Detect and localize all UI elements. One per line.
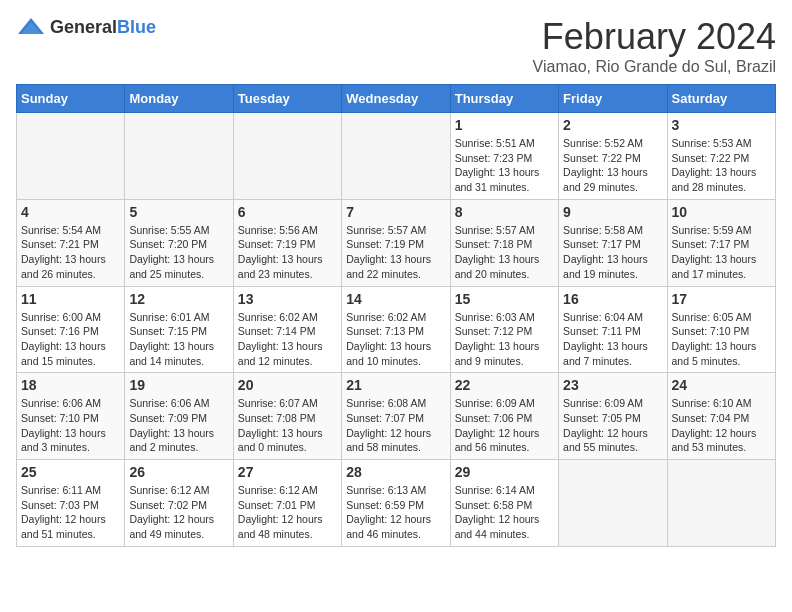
calendar-cell: 19Sunrise: 6:06 AM Sunset: 7:09 PM Dayli… [125, 373, 233, 460]
day-number: 21 [346, 377, 445, 393]
calendar-cell: 3Sunrise: 5:53 AM Sunset: 7:22 PM Daylig… [667, 113, 775, 200]
calendar-cell: 14Sunrise: 6:02 AM Sunset: 7:13 PM Dayli… [342, 286, 450, 373]
calendar-cell [342, 113, 450, 200]
day-info: Sunrise: 6:02 AM Sunset: 7:14 PM Dayligh… [238, 310, 337, 369]
day-number: 14 [346, 291, 445, 307]
calendar-cell [559, 460, 667, 547]
calendar-cell: 26Sunrise: 6:12 AM Sunset: 7:02 PM Dayli… [125, 460, 233, 547]
day-info: Sunrise: 6:06 AM Sunset: 7:09 PM Dayligh… [129, 396, 228, 455]
day-info: Sunrise: 5:56 AM Sunset: 7:19 PM Dayligh… [238, 223, 337, 282]
calendar-cell: 4Sunrise: 5:54 AM Sunset: 7:21 PM Daylig… [17, 199, 125, 286]
col-wednesday: Wednesday [342, 85, 450, 113]
day-number: 17 [672, 291, 771, 307]
day-info: Sunrise: 6:10 AM Sunset: 7:04 PM Dayligh… [672, 396, 771, 455]
day-info: Sunrise: 6:13 AM Sunset: 6:59 PM Dayligh… [346, 483, 445, 542]
day-number: 7 [346, 204, 445, 220]
day-number: 5 [129, 204, 228, 220]
day-number: 19 [129, 377, 228, 393]
calendar-cell [667, 460, 775, 547]
logo-blue: Blue [117, 17, 156, 37]
day-info: Sunrise: 6:09 AM Sunset: 7:05 PM Dayligh… [563, 396, 662, 455]
calendar-cell: 13Sunrise: 6:02 AM Sunset: 7:14 PM Dayli… [233, 286, 341, 373]
day-info: Sunrise: 6:06 AM Sunset: 7:10 PM Dayligh… [21, 396, 120, 455]
day-info: Sunrise: 5:53 AM Sunset: 7:22 PM Dayligh… [672, 136, 771, 195]
day-number: 28 [346, 464, 445, 480]
day-number: 8 [455, 204, 554, 220]
day-info: Sunrise: 6:12 AM Sunset: 7:01 PM Dayligh… [238, 483, 337, 542]
subtitle: Viamao, Rio Grande do Sul, Brazil [533, 58, 776, 76]
day-info: Sunrise: 5:57 AM Sunset: 7:19 PM Dayligh… [346, 223, 445, 282]
day-info: Sunrise: 5:54 AM Sunset: 7:21 PM Dayligh… [21, 223, 120, 282]
day-info: Sunrise: 6:14 AM Sunset: 6:58 PM Dayligh… [455, 483, 554, 542]
calendar-table: Sunday Monday Tuesday Wednesday Thursday… [16, 84, 776, 547]
day-info: Sunrise: 5:58 AM Sunset: 7:17 PM Dayligh… [563, 223, 662, 282]
day-info: Sunrise: 6:12 AM Sunset: 7:02 PM Dayligh… [129, 483, 228, 542]
day-info: Sunrise: 5:57 AM Sunset: 7:18 PM Dayligh… [455, 223, 554, 282]
day-number: 11 [21, 291, 120, 307]
day-number: 24 [672, 377, 771, 393]
day-number: 23 [563, 377, 662, 393]
calendar-cell [233, 113, 341, 200]
calendar-cell: 16Sunrise: 6:04 AM Sunset: 7:11 PM Dayli… [559, 286, 667, 373]
calendar-week-2: 4Sunrise: 5:54 AM Sunset: 7:21 PM Daylig… [17, 199, 776, 286]
day-number: 18 [21, 377, 120, 393]
logo-icon [16, 16, 46, 38]
calendar-cell: 2Sunrise: 5:52 AM Sunset: 7:22 PM Daylig… [559, 113, 667, 200]
calendar-cell: 27Sunrise: 6:12 AM Sunset: 7:01 PM Dayli… [233, 460, 341, 547]
calendar-week-5: 25Sunrise: 6:11 AM Sunset: 7:03 PM Dayli… [17, 460, 776, 547]
day-info: Sunrise: 6:04 AM Sunset: 7:11 PM Dayligh… [563, 310, 662, 369]
calendar-cell: 21Sunrise: 6:08 AM Sunset: 7:07 PM Dayli… [342, 373, 450, 460]
calendar-cell: 24Sunrise: 6:10 AM Sunset: 7:04 PM Dayli… [667, 373, 775, 460]
day-number: 6 [238, 204, 337, 220]
day-number: 16 [563, 291, 662, 307]
day-number: 27 [238, 464, 337, 480]
calendar-cell: 25Sunrise: 6:11 AM Sunset: 7:03 PM Dayli… [17, 460, 125, 547]
day-number: 22 [455, 377, 554, 393]
day-number: 9 [563, 204, 662, 220]
calendar-cell: 7Sunrise: 5:57 AM Sunset: 7:19 PM Daylig… [342, 199, 450, 286]
calendar-cell: 28Sunrise: 6:13 AM Sunset: 6:59 PM Dayli… [342, 460, 450, 547]
day-info: Sunrise: 6:11 AM Sunset: 7:03 PM Dayligh… [21, 483, 120, 542]
col-friday: Friday [559, 85, 667, 113]
calendar-week-1: 1Sunrise: 5:51 AM Sunset: 7:23 PM Daylig… [17, 113, 776, 200]
header: GeneralBlue February 2024 Viamao, Rio Gr… [16, 16, 776, 76]
col-tuesday: Tuesday [233, 85, 341, 113]
day-info: Sunrise: 5:55 AM Sunset: 7:20 PM Dayligh… [129, 223, 228, 282]
calendar-cell: 8Sunrise: 5:57 AM Sunset: 7:18 PM Daylig… [450, 199, 558, 286]
day-number: 3 [672, 117, 771, 133]
calendar-cell: 10Sunrise: 5:59 AM Sunset: 7:17 PM Dayli… [667, 199, 775, 286]
col-sunday: Sunday [17, 85, 125, 113]
day-number: 12 [129, 291, 228, 307]
day-info: Sunrise: 5:59 AM Sunset: 7:17 PM Dayligh… [672, 223, 771, 282]
col-monday: Monday [125, 85, 233, 113]
day-info: Sunrise: 6:07 AM Sunset: 7:08 PM Dayligh… [238, 396, 337, 455]
col-saturday: Saturday [667, 85, 775, 113]
day-number: 13 [238, 291, 337, 307]
day-info: Sunrise: 6:01 AM Sunset: 7:15 PM Dayligh… [129, 310, 228, 369]
header-row: Sunday Monday Tuesday Wednesday Thursday… [17, 85, 776, 113]
day-number: 10 [672, 204, 771, 220]
calendar-cell: 15Sunrise: 6:03 AM Sunset: 7:12 PM Dayli… [450, 286, 558, 373]
calendar-week-4: 18Sunrise: 6:06 AM Sunset: 7:10 PM Dayli… [17, 373, 776, 460]
title-area: February 2024 Viamao, Rio Grande do Sul,… [533, 16, 776, 76]
day-info: Sunrise: 6:02 AM Sunset: 7:13 PM Dayligh… [346, 310, 445, 369]
day-info: Sunrise: 6:00 AM Sunset: 7:16 PM Dayligh… [21, 310, 120, 369]
day-info: Sunrise: 6:03 AM Sunset: 7:12 PM Dayligh… [455, 310, 554, 369]
calendar-cell: 23Sunrise: 6:09 AM Sunset: 7:05 PM Dayli… [559, 373, 667, 460]
col-thursday: Thursday [450, 85, 558, 113]
calendar-cell: 17Sunrise: 6:05 AM Sunset: 7:10 PM Dayli… [667, 286, 775, 373]
day-info: Sunrise: 6:08 AM Sunset: 7:07 PM Dayligh… [346, 396, 445, 455]
day-number: 29 [455, 464, 554, 480]
calendar-cell: 22Sunrise: 6:09 AM Sunset: 7:06 PM Dayli… [450, 373, 558, 460]
day-number: 25 [21, 464, 120, 480]
calendar-cell [17, 113, 125, 200]
day-number: 2 [563, 117, 662, 133]
calendar-week-3: 11Sunrise: 6:00 AM Sunset: 7:16 PM Dayli… [17, 286, 776, 373]
day-number: 20 [238, 377, 337, 393]
main-title: February 2024 [533, 16, 776, 58]
calendar-cell: 11Sunrise: 6:00 AM Sunset: 7:16 PM Dayli… [17, 286, 125, 373]
calendar-cell [125, 113, 233, 200]
logo-general: General [50, 17, 117, 37]
calendar-header: Sunday Monday Tuesday Wednesday Thursday… [17, 85, 776, 113]
day-number: 26 [129, 464, 228, 480]
